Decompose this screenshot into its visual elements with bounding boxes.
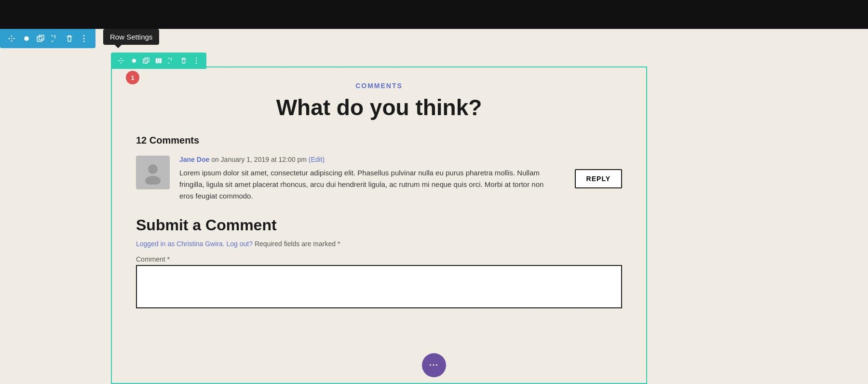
delete-icon[interactable]: [64, 33, 75, 44]
svg-point-12: [196, 63, 197, 64]
submit-heading: Submit a Comment: [136, 216, 622, 234]
move-icon[interactable]: [6, 33, 17, 44]
logged-in-name: Logged in as Christina Gwira.: [136, 240, 225, 248]
badge: 1: [126, 71, 139, 84]
main-heading: What do you think?: [136, 94, 622, 120]
svg-point-13: [148, 164, 158, 174]
section-toolbar: [111, 53, 206, 69]
comment-author: Jane Doe: [179, 156, 209, 163]
logged-in-link[interactable]: Logged in as Christina Gwira.: [136, 240, 225, 248]
section-duplicate-icon[interactable]: [141, 55, 151, 66]
submit-section: Submit a Comment Logged in as Christina …: [136, 216, 622, 308]
svg-rect-9: [160, 58, 162, 64]
svg-rect-6: [145, 58, 149, 62]
svg-rect-8: [158, 58, 160, 64]
top-black-bar: [0, 0, 868, 29]
svg-point-10: [196, 57, 197, 59]
svg-rect-5: [143, 59, 148, 64]
svg-rect-1: [39, 35, 44, 40]
comment-edit-link[interactable]: (Edit): [309, 156, 325, 163]
section-delete-icon[interactable]: [178, 55, 189, 66]
required-label: Required fields are marked *: [255, 240, 340, 248]
logout-link[interactable]: Log out?: [227, 240, 253, 248]
badge-count: 1: [131, 74, 134, 81]
required-text: Required fields are marked *: [255, 240, 340, 248]
svg-rect-0: [37, 37, 42, 41]
comment-date-text: on January 1, 2019 at 12:00 pm: [211, 156, 307, 163]
svg-rect-7: [156, 58, 158, 64]
section-power-icon[interactable]: [166, 55, 176, 66]
section-settings-icon[interactable]: [128, 55, 139, 66]
more-icon[interactable]: [78, 33, 90, 44]
svg-point-3: [83, 38, 85, 40]
content-box: COMMENTS What do you think? 12 Comments …: [111, 66, 647, 384]
svg-point-2: [83, 35, 85, 37]
settings-icon[interactable]: [20, 33, 32, 44]
comment-content: Jane Doe on January 1, 2019 at 12:00 pm …: [179, 156, 556, 202]
row-settings-tooltip: Row Settings: [103, 29, 159, 45]
comment-meta: Jane Doe on January 1, 2019 at 12:00 pm …: [179, 156, 556, 163]
purple-btn-dots: ···: [429, 360, 439, 371]
comments-count: 12 Comments: [136, 135, 622, 146]
comment-input-label: Comment *: [136, 255, 622, 263]
duplicate-icon[interactable]: [35, 33, 46, 44]
comment-input-box[interactable]: [136, 265, 622, 308]
comment-item: Jane Doe on January 1, 2019 at 12:00 pm …: [136, 156, 622, 202]
section-more-icon[interactable]: [191, 55, 202, 66]
comment-text: Lorem ipsum dolor sit amet, consectetur …: [179, 167, 556, 202]
section-columns-icon[interactable]: [153, 55, 164, 66]
avatar: [136, 156, 170, 189]
reply-button[interactable]: REPLY: [575, 169, 622, 188]
svg-point-14: [145, 176, 161, 185]
purple-floating-button[interactable]: ···: [422, 353, 446, 377]
row-toolbar: [0, 29, 95, 48]
tooltip-label: Row Settings: [110, 33, 152, 41]
svg-point-4: [83, 41, 85, 42]
section-label: COMMENTS: [136, 82, 622, 90]
power-icon[interactable]: [49, 33, 61, 44]
logout-text: Log out?: [227, 240, 253, 248]
logged-in-text: Logged in as Christina Gwira. Log out? R…: [136, 240, 622, 248]
svg-point-11: [196, 60, 197, 62]
comment-date: on January 1, 2019 at 12:00 pm: [211, 156, 309, 163]
section-move-icon[interactable]: [116, 55, 126, 66]
